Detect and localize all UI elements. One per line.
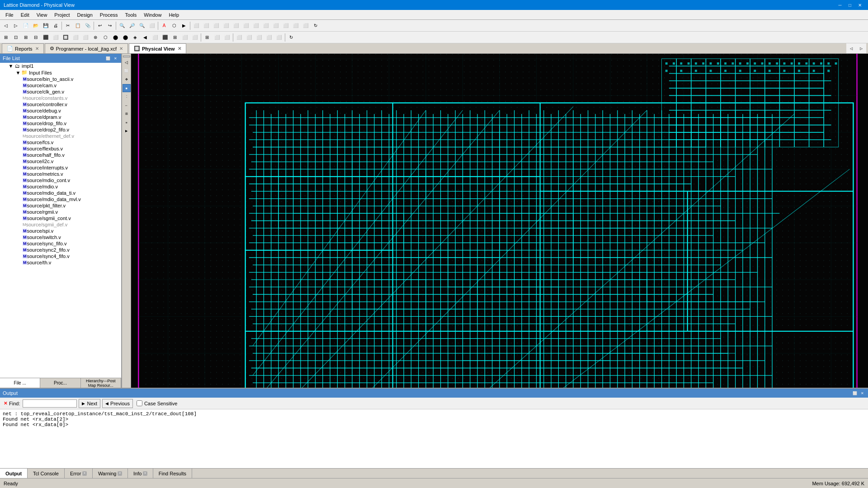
find-input[interactable] — [23, 399, 77, 408]
list-item[interactable]: M source/spi.v — [0, 228, 121, 234]
tb-refresh[interactable]: ↻ — [311, 21, 321, 31]
tb-cut[interactable]: ✂ — [63, 21, 73, 31]
list-item[interactable]: M source/pkt_filter.v — [0, 202, 121, 209]
tb-find[interactable]: 🔍 — [117, 21, 127, 31]
tb-paste[interactable]: 📎 — [83, 21, 93, 31]
tree-impl1[interactable]: ▼ 🗂 impl1 — [0, 63, 121, 69]
tb2-27[interactable]: ⬜ — [264, 33, 274, 42]
tb-c11[interactable]: ⬜ — [291, 21, 301, 31]
tab-programmer-close[interactable]: ✕ — [119, 46, 123, 51]
out-tab-info[interactable]: Info* — [128, 469, 153, 478]
list-item[interactable]: M source/mdio.v — [0, 183, 121, 190]
tb-back[interactable]: ◁ — [1, 21, 11, 31]
tb2-3[interactable]: ⊞ — [21, 33, 31, 42]
fp-tab-proc[interactable]: Proc... — [40, 378, 80, 388]
tb2-26[interactable]: ⬜ — [254, 33, 264, 42]
tab-physical[interactable]: 🔲 Physical View ✕ — [129, 43, 186, 53]
vt-arrow[interactable]: ◁ — [123, 58, 131, 66]
tab-programmer[interactable]: ⚙ Programmer - local_jtag.xcf ✕ — [45, 43, 128, 53]
out-tab-tcl[interactable]: Tcl Console — [28, 469, 65, 478]
tb2-16[interactable]: ⬜ — [150, 33, 160, 42]
menu-window[interactable]: Window — [140, 11, 165, 19]
tb2-15[interactable]: ◀ — [140, 33, 150, 42]
vt-pan[interactable]: ✥ — [123, 75, 131, 84]
tb-copy[interactable]: 📋 — [73, 21, 83, 31]
tb-b[interactable]: ⬡ — [169, 21, 179, 31]
tb2-1[interactable]: ⊞ — [1, 33, 11, 42]
vt-route[interactable]: ▶ — [123, 127, 131, 135]
tb2-6[interactable]: ⬜ — [51, 33, 61, 42]
tb2-12[interactable]: ⬤ — [110, 33, 120, 42]
tab-scroll-right[interactable]: ▷ — [856, 43, 866, 53]
previous-button[interactable]: ◀ Previous — [102, 399, 133, 408]
maximize-button[interactable]: □ — [845, 1, 854, 9]
tb-c7[interactable]: ⬜ — [251, 21, 261, 31]
tb-c6[interactable]: ⬜ — [241, 21, 251, 31]
out-tab-output[interactable]: Output — [0, 469, 28, 478]
vt-select[interactable]: ■ — [123, 84, 131, 92]
tb2-8[interactable]: ⬜ — [71, 33, 80, 42]
menu-process[interactable]: Process — [96, 11, 122, 19]
list-item[interactable]: M source/drop_fifo.v — [0, 120, 121, 127]
list-item[interactable]: M source/bin_to_ascii.v — [0, 76, 121, 82]
list-item[interactable]: M source/mdio_data_mvl.v — [0, 196, 121, 202]
tb-c4[interactable]: ⬜ — [221, 21, 231, 31]
vt-zoom[interactable]: ⬜ — [123, 67, 131, 75]
fp-tab-hierarchy[interactable]: Hierarchy---Post Map Resour... — [81, 378, 121, 388]
list-item[interactable]: M source/constants.v — [0, 95, 121, 101]
menu-project[interactable]: Project — [51, 11, 73, 19]
tb2-refresh[interactable]: ↻ — [286, 33, 296, 42]
tab-physical-close[interactable]: ✕ — [178, 46, 181, 51]
tb2-19[interactable]: ⬜ — [180, 33, 190, 42]
fp-tab-file[interactable]: File ... — [0, 378, 40, 388]
tb2-24[interactable]: ⬜ — [234, 33, 244, 42]
tree-input-files[interactable]: ▼ 📁 Input Files — [0, 69, 121, 76]
tb-save[interactable]: 💾 — [41, 21, 51, 31]
out-tab-findresults[interactable]: Find Results — [153, 469, 192, 478]
list-item[interactable]: M source/sync4_fifo.v — [0, 253, 121, 259]
tb2-20[interactable]: ⬜ — [190, 33, 200, 42]
vt-move[interactable]: ↔ — [123, 101, 131, 109]
tb2-5[interactable]: ⬛ — [41, 33, 51, 42]
expand-input[interactable]: ▼ — [15, 70, 21, 75]
tb-new[interactable]: 📄 — [21, 21, 31, 31]
tb-open[interactable]: 📂 — [31, 21, 41, 31]
tb2-7[interactable]: 🔲 — [61, 33, 71, 42]
menu-tools[interactable]: Tools — [122, 11, 141, 19]
tb2-18[interactable]: ⊞ — [170, 33, 180, 42]
case-sensitive-label[interactable]: Case Sensitive — [137, 400, 177, 406]
tb2-21[interactable]: ⊞ — [202, 33, 212, 42]
list-item[interactable]: M source/interrupts.v — [0, 164, 121, 171]
list-item[interactable]: M source/sgmii_cont.v — [0, 215, 121, 221]
tab-scroll-left[interactable]: ◁ — [846, 43, 856, 53]
list-item[interactable]: M source/sync_fifo.v — [0, 240, 121, 247]
tb-c5[interactable]: ⬜ — [231, 21, 241, 31]
list-item[interactable]: M source/rgmii.v — [0, 209, 121, 215]
tb2-13[interactable]: ⬤ — [120, 33, 130, 42]
list-item[interactable]: M source/mdio_data_ti.v — [0, 190, 121, 196]
tb-c12[interactable]: ⬜ — [301, 21, 311, 31]
list-item[interactable]: M source/th.v — [0, 259, 121, 266]
output-clear[interactable]: ✕ — [2, 400, 9, 407]
tb2-25[interactable]: ⬜ — [244, 33, 254, 42]
list-item[interactable]: M source/sgmii_def.v — [0, 221, 121, 228]
list-item[interactable]: M source/half_fifo.v — [0, 152, 121, 158]
tb2-23[interactable]: ⬜ — [222, 33, 232, 42]
list-item[interactable]: M source/sync2_fifo.v — [0, 247, 121, 253]
list-item[interactable]: M source/drop2_fifo.v — [0, 127, 121, 133]
tb2-4[interactable]: ⊟ — [31, 33, 41, 42]
tb-c10[interactable]: ⬜ — [281, 21, 291, 31]
vt-fit[interactable]: ⊞ — [123, 110, 131, 118]
menu-file[interactable]: File — [2, 11, 17, 19]
list-item[interactable]: M source/dpram.v — [0, 114, 121, 120]
file-panel-close[interactable]: ✕ — [112, 55, 118, 61]
tb-run[interactable]: ▶ — [179, 21, 189, 31]
file-panel-undock[interactable]: ⬜ — [105, 55, 111, 61]
tb2-22[interactable]: ⬜ — [212, 33, 222, 42]
tb-undo[interactable]: ↩ — [95, 21, 105, 31]
tb2-9[interactable]: ⬜ — [80, 33, 90, 42]
expand-impl1[interactable]: ▼ — [8, 63, 14, 69]
tb2-11[interactable]: ⬡ — [100, 33, 110, 42]
tb-c8[interactable]: ⬜ — [261, 21, 271, 31]
tb-fwd[interactable]: ▷ — [11, 21, 21, 31]
